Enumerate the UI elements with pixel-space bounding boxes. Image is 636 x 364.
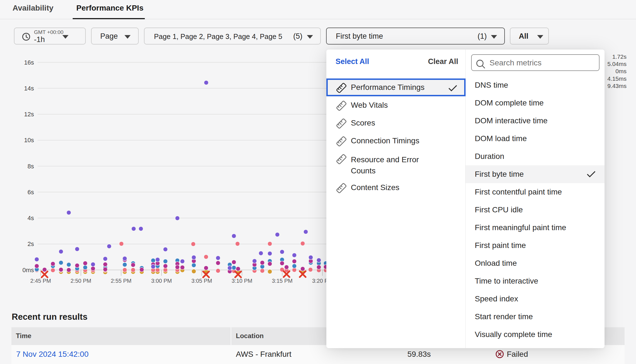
- svg-text:3:00 PM: 3:00 PM: [151, 278, 172, 284]
- svg-text:0ms: 0ms: [615, 68, 627, 74]
- svg-text:2s: 2s: [28, 240, 34, 247]
- svg-text:2:50 PM: 2:50 PM: [70, 278, 91, 284]
- svg-text:9.43ms: 9.43ms: [607, 83, 627, 89]
- svg-text:8s: 8s: [28, 163, 34, 170]
- svg-text:3:10 PM: 3:10 PM: [232, 278, 252, 284]
- svg-text:3:05 PM: 3:05 PM: [191, 278, 212, 284]
- svg-text:10s: 10s: [24, 137, 34, 144]
- svg-text:16s: 16s: [24, 59, 34, 66]
- svg-text:14s: 14s: [24, 85, 34, 92]
- svg-text:4.15ms: 4.15ms: [607, 75, 627, 82]
- svg-text:4s: 4s: [28, 215, 34, 222]
- svg-text:3:15 PM: 3:15 PM: [272, 278, 292, 284]
- svg-text:0ms: 0ms: [22, 267, 34, 274]
- svg-text:1.72s: 1.72s: [612, 53, 627, 60]
- svg-text:5.04ms: 5.04ms: [607, 61, 627, 67]
- svg-text:6s: 6s: [28, 189, 34, 196]
- svg-text:2:55 PM: 2:55 PM: [111, 278, 131, 284]
- svg-text:12s: 12s: [24, 111, 34, 118]
- svg-text:2:45 PM: 2:45 PM: [30, 278, 51, 284]
